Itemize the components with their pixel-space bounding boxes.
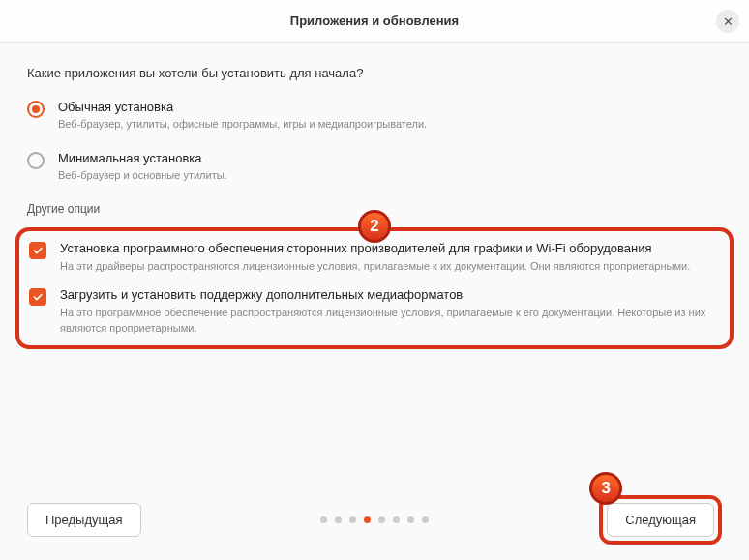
- checkbox-media-formats[interactable]: Загрузить и установить поддержку дополни…: [29, 287, 720, 336]
- checkbox-icon: [29, 288, 46, 306]
- checkbox-title: Загрузить и установить поддержку дополни…: [60, 287, 720, 302]
- option-desc: Веб-браузер и основные утилиты.: [58, 169, 227, 181]
- question-heading: Какие приложения вы хотели бы установить…: [27, 66, 722, 80]
- option-text: Обычная установка Веб-браузер, утилиты, …: [58, 100, 427, 130]
- dot: [335, 516, 342, 523]
- install-option-normal[interactable]: Обычная установка Веб-браузер, утилиты, …: [27, 100, 722, 130]
- footer: Предыдущая 3 Следующая: [27, 495, 722, 545]
- radio-icon: [27, 152, 45, 169]
- window-title: Приложения и обновления: [290, 14, 459, 28]
- titlebar: Приложения и обновления ✕: [0, 0, 749, 43]
- prev-button[interactable]: Предыдущая: [27, 503, 141, 537]
- checkbox-icon: [29, 242, 46, 259]
- annotation-marker-2: 2: [358, 210, 391, 243]
- annotation-marker-3: 3: [589, 472, 622, 505]
- dot-active: [364, 516, 371, 523]
- dot: [378, 516, 385, 523]
- radio-icon: [27, 101, 45, 118]
- option-title: Обычная установка: [58, 100, 427, 114]
- dot: [320, 516, 327, 523]
- option-text: Минимальная установка Веб-браузер и осно…: [58, 151, 227, 181]
- checkbox-title: Установка программного обеспечения сторо…: [60, 241, 690, 255]
- option-title: Минимальная установка: [58, 151, 227, 165]
- dot: [407, 516, 414, 523]
- checkbox-text: Загрузить и установить поддержку дополни…: [60, 287, 720, 336]
- checkbox-text: Установка программного обеспечения сторо…: [60, 241, 690, 274]
- next-button[interactable]: Следующая: [607, 503, 714, 537]
- progress-dots: [320, 516, 429, 523]
- option-desc: Веб-браузер, утилиты, офисные программы,…: [58, 118, 427, 130]
- checkbox-third-party[interactable]: Установка программного обеспечения сторо…: [29, 241, 720, 274]
- content-area: Какие приложения вы хотели бы установить…: [0, 43, 749, 349]
- checkbox-desc: На эти драйверы распространяются лицензи…: [60, 259, 690, 274]
- installer-window: Приложения и обновления ✕ Какие приложен…: [0, 0, 749, 560]
- close-button[interactable]: ✕: [716, 10, 739, 33]
- close-icon: ✕: [723, 15, 734, 29]
- checkbox-desc: На это программное обеспечение распростр…: [60, 306, 720, 336]
- install-option-minimal[interactable]: Минимальная установка Веб-браузер и осно…: [27, 151, 722, 181]
- highlighted-next-box: 3 Следующая: [599, 495, 722, 545]
- highlighted-options-box: 2 Установка программного обеспечения сто…: [15, 227, 734, 349]
- dot: [393, 516, 400, 523]
- dot: [422, 516, 429, 523]
- dot: [349, 516, 356, 523]
